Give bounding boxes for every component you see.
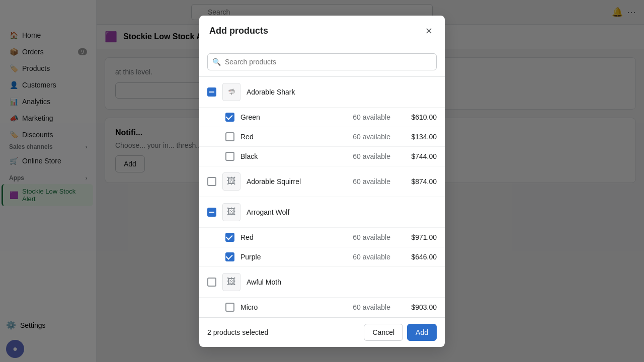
product-row-arrogant-wolf[interactable]: 🖼 Arrogant Wolf xyxy=(199,197,445,228)
product-group-adorable-shark: 🦈 Adorable Shark Green 60 available $610… xyxy=(199,77,445,166)
variant-row-purple[interactable]: Purple 60 available $646.00 xyxy=(199,247,445,267)
checkbox-green[interactable] xyxy=(225,113,234,122)
product-name-adorable-squirrel: Adorable Squirrel xyxy=(247,177,329,186)
modal-buttons: Cancel Add xyxy=(364,324,437,341)
selected-count: 2 products selected xyxy=(207,328,268,336)
price-adorable-squirrel: $874.00 xyxy=(396,177,437,186)
price-red2: $971.00 xyxy=(396,233,437,241)
image-placeholder-icon: 🖼 xyxy=(227,207,236,217)
product-group-arrogant-wolf: 🖼 Arrogant Wolf Red 60 available $971.00… xyxy=(199,197,445,267)
modal-product-list: 🦈 Adorable Shark Green 60 available $610… xyxy=(199,77,445,317)
availability-adorable-squirrel: 60 available xyxy=(335,177,390,186)
product-thumb-adorable-shark: 🦈 xyxy=(222,83,240,101)
variant-name-green: Green xyxy=(240,113,329,121)
variant-name-purple: Purple xyxy=(240,253,329,261)
checkbox-red2[interactable] xyxy=(225,233,234,242)
modal-footer: 2 products selected Cancel Add xyxy=(199,317,445,347)
price-red: $134.00 xyxy=(396,133,437,141)
checkbox-adorable-squirrel[interactable] xyxy=(207,177,216,186)
product-row-awful-moth[interactable]: 🖼 Awful Moth xyxy=(199,267,445,298)
variant-name-micro: Micro xyxy=(240,303,329,311)
add-button[interactable]: Add xyxy=(407,324,437,341)
modal-overlay: Add products ✕ 🔍 🦈 Adorable Shark Green … xyxy=(0,0,644,362)
checkbox-micro[interactable] xyxy=(225,303,234,312)
product-name-awful-moth: Awful Moth xyxy=(247,278,437,286)
variant-row-black[interactable]: Black 60 available $744.00 xyxy=(199,147,445,166)
product-row-adorable-shark[interactable]: 🦈 Adorable Shark xyxy=(199,77,445,108)
product-name-adorable-shark: Adorable Shark xyxy=(247,88,437,96)
add-products-modal: Add products ✕ 🔍 🦈 Adorable Shark Green … xyxy=(199,16,445,347)
availability-green: 60 available xyxy=(335,113,390,121)
product-row-adorable-squirrel[interactable]: 🖼 Adorable Squirrel 60 available$874.00 xyxy=(199,166,445,197)
variant-row-red[interactable]: Red 60 available $134.00 xyxy=(199,127,445,147)
modal-search-area: 🔍 xyxy=(199,47,445,77)
checkbox-awful-moth[interactable] xyxy=(207,278,216,287)
checkbox-arrogant-wolf[interactable] xyxy=(207,208,216,217)
price-purple: $646.00 xyxy=(396,253,437,261)
variant-name-red: Red xyxy=(240,133,329,141)
variant-name-black: Black xyxy=(240,152,329,160)
variant-row-red2[interactable]: Red 60 available $971.00 xyxy=(199,228,445,247)
modal-title: Add products xyxy=(209,26,268,36)
availability-purple: 60 available xyxy=(335,253,390,261)
product-group-adorable-squirrel: 🖼 Adorable Squirrel 60 available$874.00 xyxy=(199,166,445,197)
price-green: $610.00 xyxy=(396,113,437,121)
cancel-button[interactable]: Cancel xyxy=(364,324,403,341)
availability-red: 60 available xyxy=(335,133,390,141)
image-placeholder-icon: 🖼 xyxy=(227,176,236,187)
modal-search-input[interactable] xyxy=(207,53,437,70)
modal-header: Add products ✕ xyxy=(199,16,445,47)
checkbox-red[interactable] xyxy=(225,132,234,141)
product-thumb-adorable-squirrel: 🖼 xyxy=(222,172,240,191)
checkbox-purple[interactable] xyxy=(225,252,234,261)
product-thumb-awful-moth: 🖼 xyxy=(222,273,240,291)
variant-name-red2: Red xyxy=(240,233,329,241)
modal-search-wrap: 🔍 xyxy=(207,53,437,70)
modal-close-button[interactable]: ✕ xyxy=(423,24,435,39)
product-group-awful-moth: 🖼 Awful Moth Micro 60 available $903.00 xyxy=(199,267,445,317)
availability-micro: 60 available xyxy=(335,303,390,311)
variant-row-micro[interactable]: Micro 60 available $903.00 xyxy=(199,298,445,317)
product-thumb-arrogant-wolf: 🖼 xyxy=(222,203,240,221)
variant-row-green[interactable]: Green 60 available $610.00 xyxy=(199,108,445,127)
checkbox-black[interactable] xyxy=(225,152,234,161)
product-name-arrogant-wolf: Arrogant Wolf xyxy=(247,208,437,216)
modal-search-icon: 🔍 xyxy=(212,58,221,66)
image-placeholder-icon: 🖼 xyxy=(227,277,236,287)
price-micro: $903.00 xyxy=(396,303,437,311)
availability-black: 60 available xyxy=(335,152,390,160)
price-black: $744.00 xyxy=(396,152,437,160)
checkbox-adorable-shark[interactable] xyxy=(207,87,216,97)
availability-red2: 60 available xyxy=(335,233,390,241)
